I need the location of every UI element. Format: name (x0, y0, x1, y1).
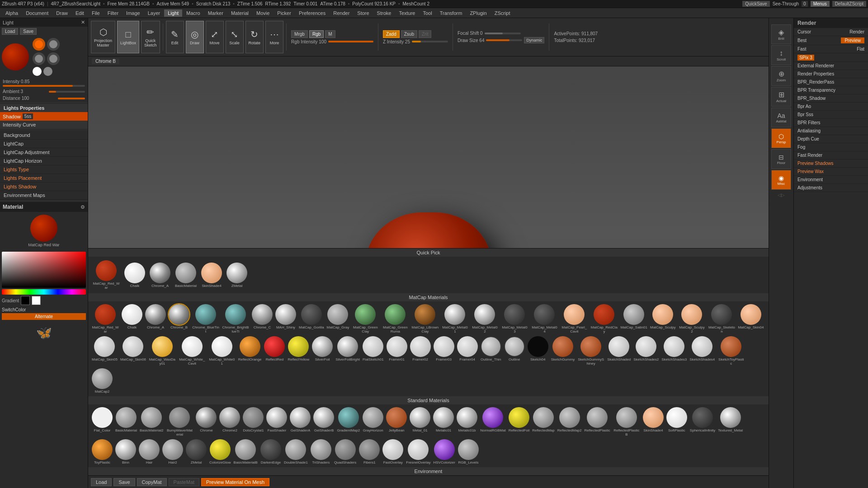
persp-btn[interactable]: ⬡ Persp (771, 128, 791, 148)
matcap-item-39[interactable]: Outline_Thin (480, 335, 502, 366)
matcap-item-37[interactable]: Framer03 (433, 335, 455, 366)
standard-item-2[interactable]: BasicMaterial2 (139, 406, 164, 437)
matcap-item-13[interactable]: MatCap_Metal01 (440, 303, 469, 334)
menu-marker[interactable]: Marker (204, 9, 227, 17)
zadd-btn[interactable]: Zadd (383, 30, 400, 38)
matcap-item-28[interactable]: MatCap_White01 (208, 335, 236, 366)
matcap-item-32[interactable]: SilverFoil (311, 335, 334, 366)
material-settings-icon[interactable]: ⚙ (80, 204, 85, 210)
matcap-item-36[interactable]: Framer02 (409, 335, 432, 366)
standard-item-24[interactable]: SphericalInfinity (689, 406, 716, 437)
standard-item-8[interactable]: GelShaderA (289, 406, 311, 437)
mrgb-btn[interactable]: Mrgb (291, 30, 308, 38)
qp-item-redwar[interactable]: MatCap_Red_War (92, 259, 121, 291)
matcap-item-0[interactable]: MatCap_Red_War (91, 303, 120, 334)
light-icon-2[interactable] (47, 38, 60, 51)
matcap-item-26[interactable]: MatCap_WaxDay01 (148, 335, 177, 366)
standard-item-1[interactable]: BasicMaterial (114, 406, 138, 437)
qp-item-basic[interactable]: BasicMaterial (174, 262, 198, 289)
scale-btn[interactable]: ⤡ Scale (226, 21, 244, 53)
zwrite-btn[interactable]: Zrit (419, 30, 431, 38)
bpr-sss-option[interactable]: Bpr Sss (794, 111, 868, 119)
matcap-item-1[interactable]: Chalk (121, 303, 143, 334)
matcap-item-43[interactable]: SketchGummyShiney (576, 335, 605, 366)
bpr-filters-option[interactable]: BPR Filters (794, 119, 868, 127)
preview-shadows-option[interactable]: Preview Shadows (794, 160, 868, 168)
menu-edit[interactable]: Edit (72, 9, 88, 17)
alternate-btn[interactable]: Alternate (2, 313, 86, 320)
standard-item-26[interactable]: ToyPlastic (91, 438, 113, 465)
misc-btn[interactable]: ◉ Misc (771, 170, 791, 190)
prop-lights-type[interactable]: Lights Type (0, 165, 88, 174)
prop-lights-placement[interactable]: Lights Placement (0, 174, 88, 183)
prop-lightcap[interactable]: LightCap (0, 140, 88, 148)
preview-wax-option[interactable]: Preview Wax (794, 168, 868, 176)
rgb-btn[interactable]: Rgb (309, 30, 324, 38)
menu-light[interactable]: Light (164, 9, 182, 17)
matcap-item-30[interactable]: ReflectRed (263, 335, 286, 366)
prop-lightcap-horizon[interactable]: LightCap Horizon (0, 157, 88, 165)
standard-item-16[interactable]: NormalRGBMat (479, 406, 506, 437)
matcap-item-7[interactable]: MAH_Shiny (274, 303, 297, 334)
render-properties-option[interactable]: Render Properties (794, 70, 868, 78)
matcap-item-11[interactable]: MatCap_GreenRuma (381, 303, 410, 334)
matcap-item-49[interactable]: MatCap2 (91, 367, 113, 394)
standard-item-12[interactable]: JellyBean (385, 406, 408, 437)
swatch-white[interactable] (32, 296, 41, 305)
fast-render-option[interactable]: Fast Render (794, 151, 868, 160)
canvas-area[interactable]: Quick Pick MatCap_Red_War Chalk Chrome_A (88, 66, 769, 475)
light-icon-4[interactable] (47, 52, 60, 65)
matcap-item-18[interactable]: MatCap_RedClay (590, 303, 618, 334)
menu-alpha[interactable]: Alpha (2, 9, 22, 17)
menu-stroke[interactable]: Stroke (373, 9, 395, 17)
matcap-item-16[interactable]: MatCap_Metal04 (530, 303, 559, 334)
standard-item-38[interactable]: FastOverlay (382, 438, 404, 465)
matcap-item-40[interactable]: Outline (503, 335, 526, 366)
light-color-white[interactable] (33, 67, 42, 76)
quick-sketch-btn[interactable]: ✏ Quick Sketch (141, 21, 160, 53)
matcap-item-33[interactable]: SilverFoilBright (335, 335, 361, 366)
m-btn[interactable]: M (325, 30, 335, 38)
matcap-item-27[interactable]: MatCap_White_Cavit (178, 335, 207, 366)
menu-picker[interactable]: Picker (274, 9, 295, 17)
standard-item-0[interactable]: Flat_Color (91, 406, 113, 437)
projection-master-btn[interactable]: ⬡ Projection Master (91, 21, 115, 53)
menu-render[interactable]: Render (330, 9, 353, 17)
light-color-gray[interactable] (43, 67, 52, 76)
ambient-slider[interactable] (49, 91, 85, 93)
standard-item-3[interactable]: BumpWaverMaterial (165, 406, 194, 437)
prop-background[interactable]: Background (0, 131, 88, 140)
intensity-slider[interactable] (3, 85, 85, 87)
menu-image[interactable]: Image (123, 9, 144, 17)
scroll-btn[interactable]: ↕ Scroll (771, 45, 791, 65)
swatch-black[interactable] (21, 296, 30, 305)
standard-item-28[interactable]: Hair (138, 438, 160, 465)
standard-item-41[interactable]: RGB_Levels (457, 438, 480, 465)
zoom-btn[interactable]: ⊕ Zoom (771, 66, 791, 86)
menu-filter[interactable]: Filter (104, 9, 122, 17)
prop-environment-maps[interactable]: Environment Maps (0, 191, 88, 200)
matcap-item-47[interactable]: SketchShades4 (689, 335, 716, 366)
rgb-intensity-slider[interactable] (328, 41, 373, 42)
light-close-icon[interactable]: ✕ (81, 19, 85, 25)
standard-item-23[interactable]: SoftPlastic (665, 406, 688, 437)
matcap-item-42[interactable]: SketchGummy (550, 335, 576, 366)
z-intensity-slider[interactable] (412, 41, 448, 42)
matcap-item-17[interactable]: MatCap_Pearl_Cavit (560, 303, 589, 334)
matcap-item-8[interactable]: MatCap_Gorilla (298, 303, 325, 334)
standard-item-25[interactable]: Textured_Metal (717, 406, 744, 437)
qp-item-zmetal[interactable]: ZMetal (226, 262, 248, 289)
matcap-item-6[interactable]: Chrome_C (251, 303, 274, 334)
hue-bar[interactable] (2, 289, 86, 295)
standard-item-15[interactable]: Metalic01b (456, 406, 478, 437)
switch-color-btn[interactable]: SwitchColor (2, 306, 86, 313)
menu-store[interactable]: Store (354, 9, 373, 17)
standard-item-6[interactable]: DotsCrystal1 (242, 406, 264, 437)
external-renderer-option[interactable]: External Renderer (794, 62, 868, 70)
bpr-transparency-option[interactable]: BPR Transparency (794, 86, 868, 94)
menu-document[interactable]: Document (22, 9, 52, 17)
matcap-item-46[interactable]: SketchShades3 (660, 335, 688, 366)
qp-item-skin[interactable]: SkinShade4 (200, 262, 223, 289)
menu-material[interactable]: Material (227, 9, 252, 17)
matcap-item-25[interactable]: MatCap_Skin06 (119, 335, 147, 366)
